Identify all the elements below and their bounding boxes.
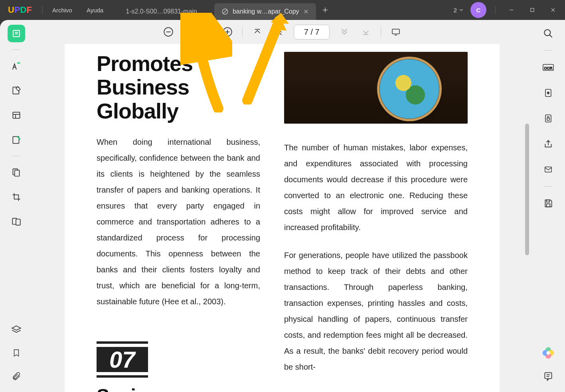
document-paragraph: The number of human mistakes, labor expe…	[284, 140, 468, 235]
logo-u: U	[8, 5, 14, 15]
close-tab-button[interactable]	[303, 9, 309, 14]
pdf-page: Promotes Business Globally When doing in…	[65, 44, 500, 392]
zoom-in-button[interactable]	[221, 25, 234, 39]
divider	[12, 49, 20, 50]
layers-button[interactable]	[8, 321, 25, 339]
prev-page-button[interactable]	[272, 25, 286, 39]
menu-help[interactable]: Ayuda	[79, 0, 111, 20]
zoom-value: 122%	[185, 28, 204, 36]
globe-image	[284, 52, 468, 124]
chevron-down-icon	[206, 30, 211, 34]
protect-button[interactable]	[539, 110, 557, 127]
svg-line-34	[549, 35, 552, 37]
ai-flower-icon	[541, 346, 555, 360]
organize-pages-button[interactable]	[8, 163, 25, 181]
divider	[242, 27, 243, 37]
svg-rect-43	[547, 204, 550, 207]
window-close-button[interactable]	[546, 4, 560, 16]
divider	[544, 50, 552, 51]
tab-document-1[interactable]: 1-s2.0-S00…09831-main	[119, 3, 214, 20]
share-button[interactable]	[539, 135, 557, 153]
page-tools-button[interactable]	[8, 106, 25, 124]
window-maximize-button[interactable]	[525, 4, 539, 16]
logo-f: F	[26, 5, 32, 15]
svg-rect-38	[545, 115, 551, 122]
zoom-level-dropdown[interactable]: 122%	[183, 28, 213, 36]
svg-point-48	[547, 351, 550, 355]
scrollbar-thumb[interactable]	[525, 124, 529, 255]
reader-mode-button[interactable]	[8, 25, 25, 42]
ocr-button[interactable]: OCR	[539, 59, 557, 76]
comment-tool-button[interactable]	[8, 57, 25, 75]
logo-p: P	[14, 5, 20, 15]
svg-line-1	[223, 10, 227, 14]
document-paragraph: When doing international business, speci…	[97, 134, 260, 309]
page-number-input[interactable]: 7 / 7	[294, 25, 330, 39]
page-viewport[interactable]: Promotes Business Globally When doing in…	[33, 44, 531, 392]
convert-button[interactable]	[539, 84, 557, 102]
presentation-button[interactable]	[389, 25, 403, 39]
menu-file[interactable]: Archivo	[45, 0, 79, 20]
svg-rect-42	[547, 200, 550, 202]
session-count-value: 2	[454, 7, 457, 14]
chevron-down-icon	[458, 7, 464, 13]
svg-rect-31	[392, 29, 399, 34]
edit-pdf-button[interactable]	[8, 82, 25, 99]
tab-label: banking w…apar_Copy	[233, 8, 299, 15]
document-heading: Promotes Business Globally	[97, 52, 260, 123]
search-button[interactable]	[539, 25, 557, 42]
window-minimize-button[interactable]	[504, 4, 519, 16]
email-button[interactable]	[539, 161, 557, 178]
divider	[12, 156, 20, 156]
svg-rect-49	[545, 372, 551, 378]
section-number: 07	[97, 341, 148, 378]
app-logo: U P D F	[0, 5, 40, 15]
first-page-button[interactable]	[251, 25, 264, 39]
svg-marker-25	[207, 31, 210, 33]
left-rail	[0, 20, 33, 392]
document-paragraph: For generations, people have utilized th…	[284, 247, 468, 375]
document-heading-2: Saving	[97, 385, 260, 392]
center-column: 122% 7 / 7	[33, 20, 531, 392]
session-count-dropdown[interactable]: 2	[454, 7, 464, 14]
tab-label: 1-s2.0-S00…09831-main	[126, 8, 197, 15]
divider	[495, 6, 496, 14]
svg-rect-19	[15, 170, 20, 176]
attachment-button[interactable]	[8, 367, 25, 385]
save-button[interactable]	[539, 195, 557, 212]
crop-tool-button[interactable]	[8, 188, 25, 206]
svg-rect-39	[547, 118, 549, 120]
divider	[42, 6, 43, 14]
next-page-button[interactable]	[338, 25, 351, 39]
tab-document-2[interactable]: banking w…apar_Copy	[214, 3, 316, 20]
svg-point-33	[544, 30, 550, 35]
svg-rect-21	[16, 219, 20, 225]
toolbar: 122% 7 / 7	[33, 20, 531, 44]
user-avatar[interactable]: C	[470, 2, 486, 18]
last-page-button[interactable]	[359, 25, 373, 39]
workarea: 122% 7 / 7	[0, 20, 565, 392]
svg-rect-14	[13, 112, 20, 118]
divider	[544, 186, 552, 187]
unsynced-icon	[221, 8, 229, 15]
fill-sign-button[interactable]	[8, 131, 25, 149]
divider	[381, 27, 381, 37]
bookmark-button[interactable]	[8, 344, 25, 362]
add-tab-button[interactable]	[316, 6, 334, 14]
svg-rect-41	[545, 167, 552, 172]
logo-d: D	[20, 5, 27, 15]
svg-marker-22	[12, 326, 21, 330]
svg-rect-7	[531, 8, 534, 12]
compare-button[interactable]	[8, 213, 25, 230]
ai-assistant-button[interactable]	[539, 344, 557, 362]
right-rail: OCR	[531, 20, 565, 392]
titlebar-right: 2 C	[454, 2, 565, 18]
notes-panel-button[interactable]	[539, 367, 557, 385]
titlebar: U P D F Archivo Ayuda 1-s2.0-S00…09831-m…	[0, 0, 565, 20]
zoom-out-button[interactable]	[162, 25, 175, 39]
svg-text:OCR: OCR	[544, 66, 553, 70]
